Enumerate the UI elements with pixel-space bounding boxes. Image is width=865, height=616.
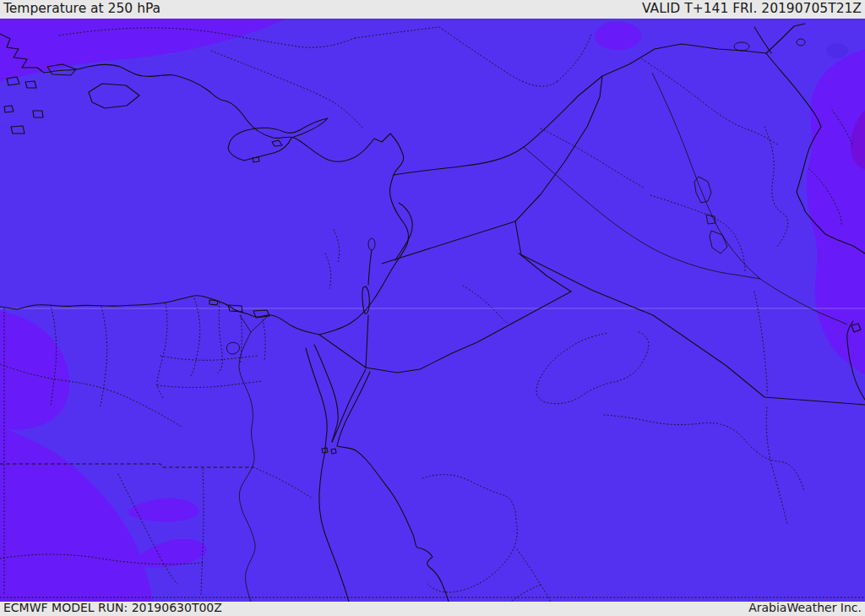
map-title: Temperature at 250 hPa: [3, 1, 160, 16]
valid-time-label: VALID T+141 FRI. 20190705T21Z: [642, 1, 862, 16]
map-canvas: [0, 19, 865, 602]
cool-blob-topright: [826, 43, 848, 58]
temperature-map-svg: [0, 19, 865, 602]
model-run-label: ECMWF MODEL RUN: 20190630T00Z: [3, 601, 222, 614]
branding-label: ArabiaWeather Inc.: [748, 601, 862, 614]
weather-map-app: { "header": { "title": "Temperature at 2…: [0, 0, 865, 616]
warm-patch-top-center: [595, 22, 642, 51]
